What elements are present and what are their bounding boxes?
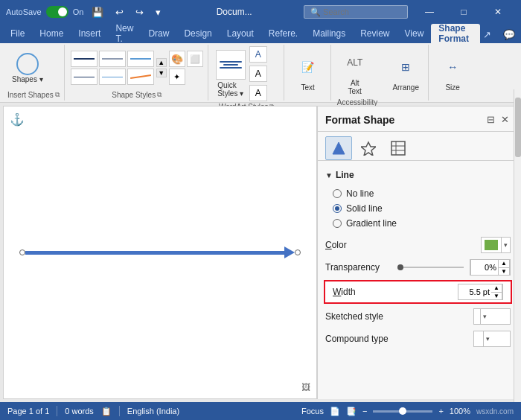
text-effects-button[interactable]: A — [249, 85, 267, 101]
tab-refere[interactable]: Refere. — [261, 24, 305, 43]
compound-type-dropdown[interactable]: ▾ — [473, 331, 511, 347]
format-shape-panel: Format Shape ⊟ ✕ — [317, 106, 518, 399]
style-row-2 — [71, 69, 154, 85]
width-spin-up[interactable]: ▲ — [491, 284, 502, 293]
tab-design[interactable]: Design — [176, 24, 219, 43]
tab-view[interactable]: View — [397, 24, 432, 43]
search-input[interactable] — [304, 5, 408, 19]
sketched-style-dropdown[interactable]: ▾ — [473, 308, 511, 325]
zoom-out-icon[interactable]: − — [362, 407, 367, 416]
arrange-button[interactable]: ⊞ Arrange — [388, 51, 423, 93]
line-section-collapse[interactable]: ▼ — [325, 171, 333, 179]
accessibility-group-content: ALT AltText — [337, 46, 377, 97]
panel-detach-icon[interactable]: ⊟ — [485, 112, 496, 127]
style-sample-1[interactable] — [71, 51, 98, 67]
restore-button[interactable] — [447, 0, 481, 24]
view-mode-icon-1[interactable]: 📄 — [330, 407, 340, 416]
panel-tabs — [318, 132, 518, 161]
width-spin-down[interactable]: ▼ — [491, 293, 502, 300]
no-line-option[interactable]: No line — [333, 186, 503, 201]
customize-icon[interactable]: ▾ — [152, 5, 164, 19]
svg-marker-0 — [333, 142, 345, 154]
insert-shapes-expand-icon[interactable]: ⧉ — [55, 91, 60, 99]
autosave-toggle[interactable] — [46, 6, 68, 18]
solid-line-radio[interactable] — [333, 204, 342, 213]
sketched-dropdown-arrow[interactable]: ▾ — [480, 308, 489, 325]
compound-type-row: Compound type ▾ — [318, 328, 518, 350]
shape-fill-button[interactable]: 🎨 — [169, 51, 185, 67]
style-sample-6[interactable] — [127, 69, 154, 85]
tab-mailings[interactable]: Mailings — [305, 24, 353, 43]
gradient-line-radio[interactable] — [333, 219, 342, 228]
solid-line-option[interactable]: Solid line — [333, 201, 503, 216]
page-status: Page 1 of 1 — [7, 407, 49, 416]
minimize-button[interactable] — [412, 0, 447, 24]
style-sample-2[interactable] — [99, 51, 126, 67]
word-count: 0 words — [65, 407, 94, 416]
arrange-label: Arrange — [392, 83, 419, 92]
transparency-spin-up[interactable]: ▲ — [499, 260, 509, 268]
ribbon-comment-icon[interactable]: 💬 — [500, 26, 518, 43]
wordart-quick-styles-button[interactable]: QuickStyles ▾ — [214, 48, 247, 99]
line-section-header: ▼ Line — [318, 167, 518, 185]
compound-type-label: Compound type — [325, 334, 467, 344]
focus-label[interactable]: Focus — [301, 407, 324, 416]
color-picker-button[interactable]: ▾ — [481, 237, 511, 253]
tab-insert[interactable]: Insert — [71, 24, 108, 43]
insert-shapes-content: Shapes ▾ — [7, 46, 60, 89]
status-sep-2 — [119, 406, 120, 416]
shapes-dropdown[interactable]: Shapes ▾ — [12, 75, 43, 83]
svg-marker-1 — [361, 142, 376, 156]
color-dropdown-arrow[interactable]: ▾ — [501, 237, 510, 253]
ribbon-tab-icons: ↗ 💬 — [480, 26, 518, 43]
tab-file[interactable]: File — [3, 24, 32, 43]
panel-scrollbar[interactable] — [514, 89, 521, 402]
gradient-line-option[interactable]: Gradient line — [333, 216, 503, 231]
tab-review[interactable]: Review — [353, 24, 397, 43]
close-button[interactable] — [481, 0, 515, 24]
document-canvas[interactable]: ⚓ 🖼 — [3, 106, 317, 399]
size-button[interactable]: ↔ Size — [435, 51, 470, 93]
tab-draw[interactable]: Draw — [141, 24, 176, 43]
text-button[interactable]: 📝 Text — [290, 51, 326, 93]
width-label: Width — [333, 287, 452, 297]
shape-effects-button[interactable]: ✦ — [169, 69, 185, 85]
tab-shape-format[interactable]: Shape Format — [431, 24, 480, 43]
shape-styles-expand-icon[interactable]: ⧉ — [157, 91, 162, 99]
style-scroll-down[interactable]: ▼ — [156, 69, 167, 77]
tab-newt[interactable]: New T. — [108, 24, 141, 43]
view-mode-icon-2[interactable]: 📑 — [346, 407, 357, 416]
sketched-style-row: Sketched style ▾ — [318, 305, 518, 328]
shapes-button[interactable]: Shapes ▾ — [7, 51, 48, 85]
style-sample-5[interactable] — [99, 69, 126, 85]
transparency-slider[interactable] — [397, 267, 464, 268]
panel-tab-fill[interactable] — [325, 136, 352, 160]
text-fill-button[interactable]: A — [249, 46, 267, 63]
style-scroll-up[interactable]: ▲ — [156, 58, 167, 67]
zoom-in-icon[interactable]: + — [438, 407, 443, 416]
style-sample-3[interactable] — [127, 51, 154, 67]
panel-close-icon[interactable]: ✕ — [499, 112, 511, 127]
transparency-spin-down[interactable]: ▼ — [499, 268, 509, 276]
save-icon[interactable]: 💾 — [88, 5, 107, 19]
text-outline-button[interactable]: A — [249, 66, 267, 82]
tab-home[interactable]: Home — [32, 24, 71, 43]
accessibility-group: ALT AltText Accessibility — [333, 45, 382, 101]
line-options: No line Solid line Gradient line — [318, 185, 518, 234]
title-bar-left: AutoSave On 💾 ↩ ↪ ▾ — [6, 5, 164, 19]
color-label-underline: C — [325, 240, 332, 250]
style-sample-4[interactable] — [71, 69, 98, 85]
compound-dropdown-arrow[interactable]: ▾ — [483, 331, 492, 347]
undo-icon[interactable]: ↩ — [112, 5, 127, 19]
alt-text-button[interactable]: ALT AltText — [337, 46, 373, 97]
ribbon-share-icon[interactable]: ↗ — [480, 26, 494, 43]
shape-outline-button[interactable]: ⬜ — [187, 51, 203, 67]
arrow-line[interactable] — [19, 246, 301, 258]
width-value[interactable]: 5.5 pt — [458, 284, 491, 300]
panel-tab-layout[interactable] — [385, 136, 412, 160]
no-line-radio[interactable] — [333, 189, 342, 198]
redo-icon[interactable]: ↪ — [132, 5, 147, 19]
panel-tab-effects[interactable] — [355, 136, 382, 160]
zoom-slider[interactable] — [373, 410, 432, 413]
tab-layout[interactable]: Layout — [220, 24, 261, 43]
